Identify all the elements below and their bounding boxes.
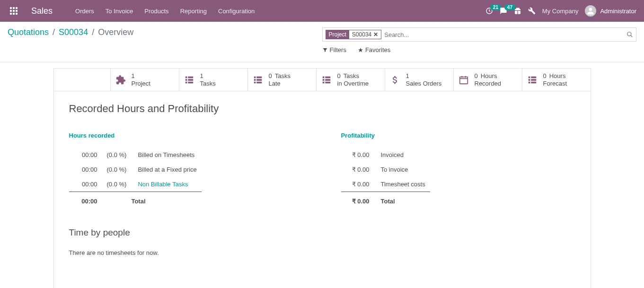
non-billable-link[interactable]: Non Billable Tasks <box>138 181 188 188</box>
content-scroll[interactable]: 1 Project 1 Tasks <box>0 62 644 288</box>
nav-menu-configuration[interactable]: Configuration <box>218 8 255 15</box>
svg-rect-24 <box>256 81 262 83</box>
stat-tasks-late-label: Late <box>269 80 291 87</box>
debug-icon[interactable] <box>528 7 536 15</box>
stat-tasks-late-unit: Tasks <box>275 72 291 80</box>
filters-button[interactable]: Filters <box>322 46 346 53</box>
nav-right: 21 47 My Company Administrator <box>485 5 636 17</box>
stat-tasks-late[interactable]: 0 Tasks Late <box>248 69 317 91</box>
stat-project[interactable]: 1 Project <box>111 69 179 91</box>
hours-pct-2: (0.0 %) <box>102 177 132 192</box>
svg-rect-1 <box>13 7 15 9</box>
svg-rect-18 <box>188 81 193 83</box>
app-brand[interactable]: Sales <box>31 6 53 16</box>
profit-label-0: Invoiced <box>374 148 430 162</box>
calendar-icon <box>459 75 470 85</box>
search-bar[interactable]: Project S00034 ✕ <box>322 27 637 42</box>
hours-pct-0: (0.0 %) <box>102 148 132 162</box>
company-selector[interactable]: My Company <box>542 8 579 15</box>
hours-label-1: Billed at a Fixed price <box>131 162 201 177</box>
hours-time-2: 00:00 <box>69 177 102 192</box>
svg-rect-31 <box>459 77 468 84</box>
activity-icon[interactable]: 21 <box>485 7 493 15</box>
search-options: Filters Favorites <box>322 46 637 53</box>
hours-table: 00:00 (0.0 %) Billed on Timesheets 00:00… <box>69 148 202 209</box>
hours-time-1: 00:00 <box>69 162 102 177</box>
stat-hours-forecast-value: 0 <box>543 72 547 80</box>
control-panel: Quotations / S00034 / Overview Project S… <box>0 22 644 62</box>
user-name: Administrator <box>600 8 636 15</box>
list-icon <box>253 75 264 85</box>
nav-menu-to-invoice[interactable]: To Invoice <box>106 8 133 15</box>
svg-rect-4 <box>13 10 15 12</box>
search-facet-label: Project <box>326 30 349 39</box>
stat-hours-forecast[interactable]: 0 Hours Forecast <box>522 69 591 91</box>
stat-tasks-label: Tasks <box>200 80 216 87</box>
user-menu[interactable]: Administrator <box>585 5 636 17</box>
table-row: 00:00 (0.0 %) Billed at a Fixed price <box>69 162 202 177</box>
breadcrumb-current: Overview <box>98 27 133 37</box>
list-icon <box>321 75 333 85</box>
stat-tasks-late-value: 0 <box>269 72 272 80</box>
stat-hours-recorded[interactable]: 0 Hours Recorded <box>454 69 522 91</box>
search-facet-project[interactable]: Project S00034 ✕ <box>326 30 382 39</box>
svg-rect-0 <box>10 7 12 9</box>
stat-spacer <box>54 69 111 91</box>
svg-rect-29 <box>322 81 324 83</box>
nav-menu-reporting[interactable]: Reporting <box>180 8 207 15</box>
stat-tasks-overtime-value: 0 <box>337 72 341 80</box>
stat-tasks[interactable]: 1 Tasks <box>179 69 248 91</box>
profit-amount-0: ₹ 0.00 <box>341 148 374 162</box>
svg-rect-42 <box>531 76 536 78</box>
stat-hours-recorded-unit: Hours <box>481 72 497 80</box>
section-title-time-by-people: Time by people <box>69 227 575 238</box>
nav-menu-orders[interactable]: Orders <box>75 8 94 15</box>
stat-hours-recorded-value: 0 <box>475 72 478 80</box>
breadcrumb-order[interactable]: S00034 <box>59 27 88 37</box>
gift-icon[interactable] <box>514 7 521 15</box>
stat-hours-forecast-label: Forecast <box>543 80 567 87</box>
stat-tasks-overtime[interactable]: 0 Tasks in Overtime <box>317 69 385 91</box>
svg-rect-17 <box>185 81 187 83</box>
breadcrumb: Quotations / S00034 / Overview <box>8 27 322 37</box>
svg-rect-22 <box>256 79 262 81</box>
stat-tasks-overtime-label: in Overtime <box>337 80 369 87</box>
search-input[interactable] <box>384 31 626 38</box>
svg-point-10 <box>589 8 592 11</box>
profit-amount-1: ₹ 0.00 <box>341 162 374 177</box>
svg-rect-27 <box>322 79 324 81</box>
filters-label: Filters <box>330 46 346 53</box>
svg-rect-44 <box>531 79 536 81</box>
stat-project-label: Project <box>132 80 150 87</box>
hours-heading: Hours recorded <box>69 132 303 139</box>
stat-buttons-row: 1 Project 1 Tasks <box>54 69 591 91</box>
svg-rect-21 <box>254 79 256 81</box>
svg-rect-13 <box>185 76 187 78</box>
content-area: 1 Project 1 Tasks <box>0 62 644 288</box>
close-icon[interactable]: ✕ <box>373 31 378 38</box>
section-title-profitability: Recorded Hours and Profitability <box>69 103 575 115</box>
svg-rect-8 <box>16 13 18 15</box>
svg-rect-3 <box>10 10 12 12</box>
stat-hours-forecast-unit: Hours <box>549 72 566 80</box>
list-icon <box>184 75 195 85</box>
discuss-icon[interactable]: 47 <box>500 7 507 15</box>
svg-rect-16 <box>188 79 193 81</box>
svg-rect-15 <box>185 79 187 81</box>
hours-total-label: Total <box>131 192 201 209</box>
favorites-button[interactable]: Favorites <box>358 46 390 53</box>
nav-menu-products[interactable]: Products <box>144 8 168 15</box>
table-row: ₹ 0.00 Invoiced <box>341 148 430 162</box>
stat-sales-orders[interactable]: 1 Sales Orders <box>385 69 454 91</box>
stat-hours-recorded-label: Recorded <box>475 80 501 87</box>
apps-menu-icon[interactable] <box>8 5 20 17</box>
table-row: ₹ 0.00 Timesheet costs <box>341 177 430 192</box>
table-row-total: ₹ 0.00 Total <box>341 192 430 209</box>
breadcrumb-quotations[interactable]: Quotations <box>8 27 49 37</box>
table-row: ₹ 0.00 To invoice <box>341 162 430 177</box>
stat-project-value: 1 <box>132 72 150 80</box>
search-icon[interactable] <box>626 31 633 38</box>
hours-total-time: 00:00 <box>69 192 102 209</box>
svg-rect-45 <box>528 81 530 83</box>
stat-tasks-value: 1 <box>200 72 216 80</box>
